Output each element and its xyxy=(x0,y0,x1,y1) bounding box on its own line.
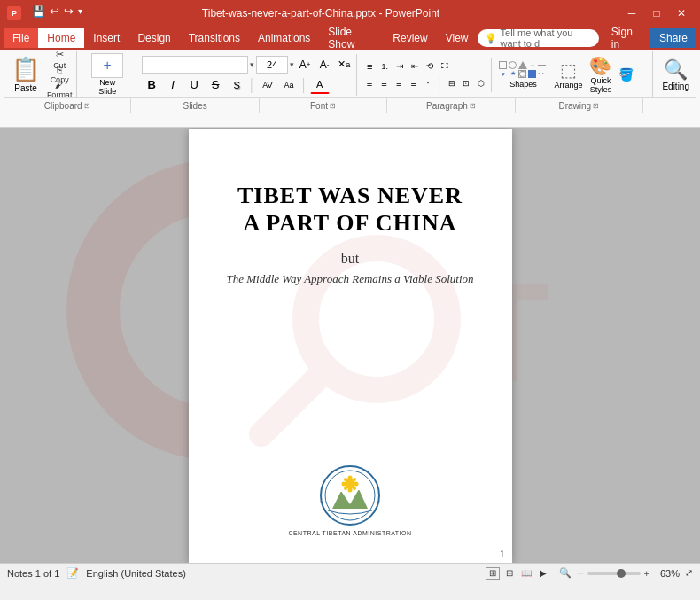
sign-in-button[interactable]: Sign in xyxy=(603,28,647,48)
zoom-thumb[interactable] xyxy=(617,569,626,578)
font-size-input[interactable] xyxy=(256,56,288,74)
bullets-button[interactable]: ≡ xyxy=(362,59,377,74)
paragraph-expander[interactable]: ⊡ xyxy=(470,102,476,110)
format-painter-button[interactable]: 🖌 Format xyxy=(46,82,73,97)
shape-rect2 xyxy=(528,70,536,78)
tell-me-bar[interactable]: 💡 Tell me what you want to d xyxy=(478,29,599,47)
font-name-input[interactable] xyxy=(142,56,248,74)
notes-icon[interactable]: 📝 xyxy=(66,567,79,579)
menu-insert[interactable]: Insert xyxy=(84,28,128,48)
slide-title[interactable]: TIBET WAS NEVER A PART OF CHINA xyxy=(211,182,489,237)
slide[interactable]: TIBET WAS NEVER A PART OF CHINA but The … xyxy=(189,129,512,563)
language[interactable]: English (United States) xyxy=(86,568,186,579)
share-button[interactable]: Share xyxy=(650,28,696,48)
main-area: TT TIBET WAS NEVER A PART OF CHINA but T… xyxy=(0,128,700,563)
shape-star: ★ xyxy=(509,70,517,78)
decrease-indent-button[interactable]: ⇤ xyxy=(408,59,422,74)
fit-window-button[interactable]: ⤢ xyxy=(685,567,693,579)
increase-indent-button[interactable]: ⇥ xyxy=(393,59,407,74)
fit-slide-button[interactable]: 🔍 xyxy=(559,567,572,579)
shapes-button[interactable]: → ♥ ★ 💬 ⋯ Shapes xyxy=(497,59,548,90)
menu-home[interactable]: Home xyxy=(38,28,84,48)
columns-button[interactable]: ⬝ xyxy=(421,76,435,90)
redo-qat-icon[interactable]: ↪ xyxy=(64,4,74,18)
bold-button[interactable]: B xyxy=(142,76,161,94)
clipboard-section-label[interactable]: Clipboard ⊡ xyxy=(4,98,131,113)
slide-panel[interactable]: TT TIBET WAS NEVER A PART OF CHINA but T… xyxy=(0,128,700,563)
zoom-slider[interactable]: ─ + xyxy=(577,568,649,579)
menu-design[interactable]: Design xyxy=(128,28,179,48)
italic-button[interactable]: I xyxy=(163,76,183,94)
svg-point-15 xyxy=(344,478,347,481)
font-name-dropdown-icon[interactable]: ▾ xyxy=(250,60,254,69)
char-spacing-button[interactable]: AV xyxy=(258,76,277,94)
slides-section-label[interactable]: Slides xyxy=(131,98,259,113)
slide-number: 1 xyxy=(500,549,505,559)
menu-bar: File Home Insert Design Transitions Anim… xyxy=(0,27,700,50)
text-direction2-button[interactable]: ⊟ xyxy=(445,76,459,90)
zoom-minus-button[interactable]: ─ xyxy=(577,568,583,578)
decrease-font-button[interactable]: A- xyxy=(315,56,333,74)
font-size-dropdown-icon[interactable]: ▾ xyxy=(290,60,294,69)
menu-file[interactable]: File xyxy=(4,28,38,48)
menu-view[interactable]: View xyxy=(437,28,478,48)
font-color-button[interactable]: A xyxy=(310,76,330,94)
align-right-button[interactable]: ≡ xyxy=(392,76,406,90)
cut-icon: ✂ xyxy=(56,49,64,60)
close-button[interactable]: ✕ xyxy=(670,4,693,22)
new-slide-button[interactable]: + New Slide xyxy=(84,51,130,97)
change-case-button[interactable]: Aa xyxy=(279,76,299,94)
menu-transitions[interactable]: Transitions xyxy=(180,28,249,48)
menu-review[interactable]: Review xyxy=(384,28,436,48)
zoom-track[interactable] xyxy=(587,572,641,575)
drawing-expander[interactable]: ⊡ xyxy=(593,102,599,110)
shadow-button[interactable]: S xyxy=(227,76,246,94)
title-left: P xyxy=(7,6,21,20)
maximize-button[interactable]: □ xyxy=(645,4,668,22)
svg-line-4 xyxy=(261,372,323,434)
clipboard-expander[interactable]: ⊡ xyxy=(84,102,90,110)
save-qat-icon[interactable]: 💾 xyxy=(32,5,45,18)
align-text-button[interactable]: ⊡ xyxy=(459,76,473,90)
slide-sorter-button[interactable]: ⊟ xyxy=(502,567,517,580)
arrange-button[interactable]: ⬚ Arrange xyxy=(552,58,584,91)
editing-section[interactable]: 🔍 Editing xyxy=(655,57,696,93)
drawing-section-label[interactable]: Drawing ⊡ xyxy=(516,98,643,113)
font-section-label[interactable]: Font ⊡ xyxy=(260,98,387,113)
align-left-button[interactable]: ≡ xyxy=(362,76,377,90)
svg-point-16 xyxy=(353,478,356,481)
align-center-button[interactable]: ≡ xyxy=(377,76,392,90)
justify-button[interactable]: ≡ xyxy=(407,76,421,90)
text-direction-button[interactable]: ⟲ xyxy=(423,59,437,74)
numbering-button[interactable]: 1. xyxy=(377,59,392,74)
zoom-level[interactable]: 63% xyxy=(655,568,680,579)
minimize-button[interactable]: ─ xyxy=(620,4,643,22)
font-divider2: │ xyxy=(300,78,308,92)
shape-fill-button[interactable]: 🪣 xyxy=(617,57,634,92)
undo-qat-icon[interactable]: ↩ xyxy=(50,4,59,18)
underline-button[interactable]: U xyxy=(184,76,204,94)
slide-subtitle[interactable]: The Middle Way Approach Remains a Viable… xyxy=(199,272,500,286)
paragraph-section-label[interactable]: Paragraph ⊡ xyxy=(387,98,515,113)
slide-but: but xyxy=(341,251,359,267)
menu-slideshow[interactable]: Slide Show xyxy=(319,28,384,48)
slideshow-view-button[interactable]: ▶ xyxy=(536,567,550,580)
arrange-label: Arrange xyxy=(554,81,582,90)
quick-styles-label: Quick Styles xyxy=(590,76,612,94)
reading-view-button[interactable]: 📖 xyxy=(519,567,533,580)
clear-format-button[interactable]: ✕a xyxy=(335,56,353,74)
smartart-button[interactable]: ⬡ xyxy=(474,76,488,90)
zoom-plus-button[interactable]: + xyxy=(644,568,649,579)
paste-button[interactable]: 📋 Paste xyxy=(7,52,44,97)
convert-smartart-button[interactable]: ⛶ xyxy=(438,59,452,74)
quick-styles-icon: 🎨 xyxy=(589,55,611,76)
svg-point-11 xyxy=(347,475,352,479)
font-expander[interactable]: ⊡ xyxy=(330,102,336,110)
view-icons: ⊞ ⊟ 📖 ▶ xyxy=(486,567,550,580)
custom-qat-icon[interactable]: ▾ xyxy=(78,6,82,16)
increase-font-button[interactable]: A+ xyxy=(296,56,314,74)
strikethrough-button[interactable]: S xyxy=(206,76,225,94)
normal-view-button[interactable]: ⊞ xyxy=(486,567,500,580)
quick-styles-button[interactable]: 🎨 Quick Styles xyxy=(587,53,613,96)
menu-animations[interactable]: Animations xyxy=(249,28,319,48)
